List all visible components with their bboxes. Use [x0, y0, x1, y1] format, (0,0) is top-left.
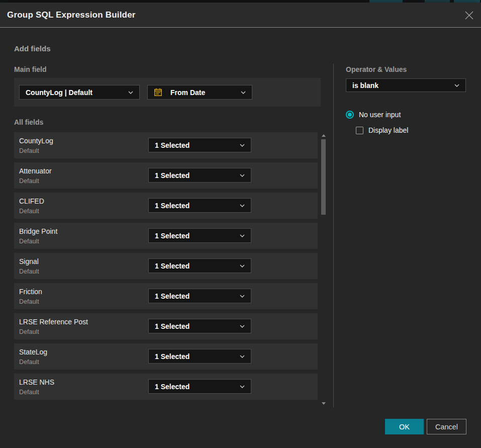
field-row: Signal Default 1 Selected [14, 253, 318, 279]
field-name: Signal [19, 257, 39, 265]
dialog-title: Group SQL Expression Builder [7, 10, 136, 20]
close-button[interactable] [462, 8, 476, 22]
field-name: LRSE Reference Post [19, 318, 88, 326]
group-sql-expression-builder-dialog: Group SQL Expression Builder Add fields … [0, 3, 481, 448]
main-layer-select-value: CountyLog | Default [26, 88, 124, 97]
chevron-down-icon [240, 204, 245, 207]
chevron-down-icon [240, 355, 245, 358]
field-name: LRSE NHS [19, 378, 54, 386]
field-subtitle: Default [19, 147, 39, 154]
chevron-down-icon [240, 325, 245, 328]
panel-divider [333, 64, 334, 407]
field-row: Attenuator Default 1 Selected [14, 162, 318, 189]
main-field-panel: CountyLog | Default From Date [14, 78, 321, 107]
scrollbar-thumb[interactable] [321, 139, 326, 215]
field-name: CLIFED [19, 197, 44, 205]
main-layer-select[interactable]: CountyLog | Default [19, 85, 140, 100]
field-values-select-value: 1 Selected [155, 202, 236, 210]
ok-button[interactable]: OK [385, 419, 424, 434]
operator-select-value: is blank [352, 81, 450, 89]
radio-selected-icon[interactable] [346, 111, 354, 119]
chevron-down-icon [128, 91, 133, 94]
field-values-select-value: 1 Selected [155, 141, 236, 149]
field-values-select[interactable]: 1 Selected [148, 228, 251, 243]
field-row: CountyLog Default 1 Selected [14, 132, 318, 158]
chevron-down-icon [240, 174, 245, 177]
field-values-select[interactable]: 1 Selected [148, 289, 251, 303]
close-icon [465, 11, 473, 20]
field-values-select-value: 1 Selected [155, 322, 236, 330]
main-field-select[interactable]: From Date [147, 85, 252, 100]
display-label-checkbox-row[interactable]: Display label [356, 126, 408, 134]
field-name: Bridge Point [19, 227, 57, 235]
field-values-select-value: 1 Selected [155, 232, 236, 240]
field-subtitle: Default [19, 208, 39, 215]
chevron-down-icon [240, 385, 245, 388]
chevron-down-icon [241, 91, 246, 94]
main-field-select-value: From Date [170, 88, 233, 97]
field-values-select-value: 1 Selected [155, 262, 236, 270]
field-values-select[interactable]: 1 Selected [148, 138, 251, 152]
field-subtitle: Default [19, 177, 39, 185]
chevron-down-icon [240, 295, 245, 298]
checkbox-unchecked-icon[interactable] [356, 127, 363, 134]
field-subtitle: Default [19, 389, 39, 396]
field-values-select-value: 1 Selected [155, 383, 236, 391]
display-label-label: Display label [368, 126, 408, 134]
field-subtitle: Default [19, 359, 39, 366]
field-subtitle: Default [19, 268, 39, 275]
all-fields-heading: All fields [14, 118, 43, 126]
field-name: Friction [19, 288, 42, 296]
radio-dot [348, 113, 352, 117]
field-row: Friction Default 1 Selected [14, 283, 318, 309]
operator-values-heading: Operator & Values [346, 65, 407, 73]
field-subtitle: Default [19, 238, 39, 245]
no-user-input-radio-row[interactable]: No user input [346, 111, 401, 119]
scroll-down-arrow-icon[interactable] [322, 402, 326, 405]
field-values-select[interactable]: 1 Selected [148, 379, 251, 394]
field-subtitle: Default [19, 328, 39, 335]
field-row: CLIFED Default 1 Selected [14, 193, 318, 219]
chevron-down-icon [240, 234, 245, 237]
cancel-button[interactable]: Cancel [427, 419, 466, 434]
dialog-titlebar: Group SQL Expression Builder [0, 3, 481, 28]
chevron-down-icon [240, 264, 245, 267]
calendar-icon [154, 88, 162, 97]
field-name: Attenuator [19, 167, 52, 175]
field-row: LRSE Reference Post Default 1 Selected [14, 313, 318, 339]
field-name: CountyLog [19, 137, 53, 145]
field-row: Bridge Point Default 1 Selected [14, 223, 318, 249]
fields-list-scrollbar[interactable] [321, 132, 326, 406]
add-fields-heading: Add fields [14, 44, 51, 53]
chevron-down-icon [454, 84, 459, 87]
field-values-select[interactable]: 1 Selected [148, 258, 251, 273]
field-subtitle: Default [19, 298, 39, 305]
field-values-select[interactable]: 1 Selected [148, 349, 251, 364]
field-values-select-value: 1 Selected [155, 171, 236, 180]
field-values-select-value: 1 Selected [155, 352, 236, 361]
field-row: StateLog Default 1 Selected [14, 343, 318, 370]
operator-select[interactable]: is blank [346, 78, 466, 92]
field-values-select[interactable]: 1 Selected [148, 168, 251, 183]
field-name: StateLog [19, 348, 47, 356]
chevron-down-icon [240, 144, 245, 147]
scroll-up-arrow-icon[interactable] [322, 134, 326, 137]
field-row: LRSE NHS Default 1 Selected [14, 374, 318, 400]
field-values-select[interactable]: 1 Selected [148, 198, 251, 213]
no-user-input-label: No user input [359, 111, 401, 119]
main-field-heading: Main field [14, 65, 47, 73]
field-values-select-value: 1 Selected [155, 292, 236, 300]
field-values-select[interactable]: 1 Selected [148, 319, 251, 333]
